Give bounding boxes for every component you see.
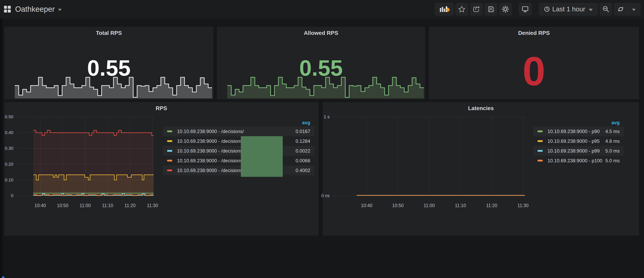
- green-overlay-artifact: [241, 136, 283, 177]
- zoom-out-button[interactable]: [600, 3, 612, 15]
- legend-avg-value: 0.1284: [296, 138, 314, 144]
- legend-avg-value: 4.8 ms: [605, 138, 624, 144]
- star-button[interactable]: [456, 3, 468, 15]
- series-area: [33, 130, 154, 196]
- gear-icon: [502, 5, 509, 13]
- legend-avg-header[interactable]: avg: [163, 120, 314, 126]
- panel-title[interactable]: Total RPS: [4, 27, 213, 36]
- panel-denied-rps: Denied RPS 0: [429, 27, 639, 99]
- share-button[interactable]: [470, 3, 483, 15]
- y-axis-tick-label: 1 s: [318, 114, 330, 120]
- dashboard-header: Oathkeeper: [0, 0, 644, 18]
- panel-title[interactable]: Denied RPS: [429, 27, 639, 36]
- panel-allowed-rps: Allowed RPS 0.55: [217, 27, 425, 99]
- legend-series-label: 10.10.69.238:9000 - /decisions/: [177, 158, 244, 164]
- series-area: [33, 175, 154, 196]
- corner-blue-chip: [2, 277, 4, 278]
- series-line: [33, 130, 154, 135]
- stat-value: 0: [429, 51, 639, 91]
- legend-avg-value: 0.0167: [296, 129, 314, 134]
- y-axis-tick-label: 0 ns: [318, 193, 330, 199]
- side-menu-strip: [0, 0, 4, 278]
- series-color-swatch[interactable]: [538, 140, 543, 142]
- share-icon: [472, 5, 480, 13]
- rps-legend: avg10.10.69.238:9000 - /decisions/0.0167…: [163, 120, 314, 175]
- time-range-label: Last 1 hour: [552, 5, 585, 13]
- legend-row[interactable]: 10.10.69.238:9000 - /decisions/0.0167: [163, 126, 314, 136]
- latencies-legend: avg10.10.69.238:9000 - p904.5 ms10.10.69…: [533, 120, 624, 166]
- refresh-button[interactable]: [614, 3, 627, 15]
- x-axis-tick-label: 11:10: [455, 203, 466, 208]
- legend-row[interactable]: 10.10.69.238:9000 - /decisions/0.4002: [163, 166, 314, 175]
- series-color-swatch[interactable]: [167, 160, 172, 162]
- legend-avg-value: 0.0022: [296, 148, 314, 154]
- series-color-swatch[interactable]: [538, 150, 543, 152]
- x-axis-tick-label: 11:30: [518, 203, 528, 208]
- legend-series-label: 10.10.69.238:9000 - p100: [548, 158, 602, 164]
- series-line: [33, 175, 154, 180]
- cycle-view-button[interactable]: [519, 3, 532, 15]
- x-axis-tick-label: 11:20: [124, 203, 136, 208]
- panel-title[interactable]: Latencies: [323, 102, 639, 111]
- panel-title[interactable]: Allowed RPS: [217, 27, 425, 36]
- series-area: [33, 194, 154, 196]
- series-line: [33, 195, 154, 196]
- sparkline: [15, 74, 212, 98]
- zoom-out-icon: [602, 5, 610, 13]
- x-axis-tick-label: 10:50: [57, 203, 68, 208]
- legend-avg-header[interactable]: avg: [533, 120, 624, 126]
- chevron-down-icon: [632, 9, 636, 11]
- refresh-button-group: [614, 3, 640, 15]
- legend-row[interactable]: 10.10.69.238:9000 - /decisions/0.1284: [163, 136, 314, 146]
- legend-row[interactable]: 10.10.69.238:9000 - p995.0 ms: [533, 146, 624, 156]
- series-area: [33, 195, 154, 196]
- save-icon: [487, 5, 495, 13]
- save-button[interactable]: [485, 3, 497, 15]
- chevron-down-icon: [589, 9, 593, 11]
- series-color-swatch[interactable]: [167, 169, 172, 171]
- legend-row[interactable]: 10.10.69.238:9000 - p954.8 ms: [533, 136, 624, 146]
- series-color-swatch[interactable]: [167, 130, 172, 132]
- legend-avg-value: 0.0066: [296, 158, 314, 164]
- monitor-icon: [521, 5, 529, 13]
- dashboard-grid-icon[interactable]: [4, 6, 11, 12]
- legend-avg-value: 4.5 ms: [605, 129, 624, 134]
- dashboard-title[interactable]: Oathkeeper: [15, 5, 55, 13]
- legend-avg-value: 5.0 ms: [605, 158, 624, 164]
- x-axis-tick-label: 11:10: [102, 203, 113, 208]
- legend-series-label: 10.10.69.238:9000 - /decisions/: [177, 138, 244, 144]
- bar-chart-add-icon: [439, 5, 450, 13]
- legend-row[interactable]: 10.10.69.238:9000 - /decisions/0.0066: [163, 156, 314, 166]
- settings-button[interactable]: [499, 3, 512, 15]
- x-axis-tick-label: 10:50: [392, 203, 404, 208]
- legend-row[interactable]: 10.10.69.238:9000 - /decisions/0.0022: [163, 146, 314, 156]
- add-panel-button[interactable]: [435, 3, 454, 15]
- legend-series-label: 10.10.69.238:9000 - p90: [548, 129, 600, 134]
- legend-row[interactable]: 10.10.69.238:9000 - p1005.0 ms: [533, 156, 624, 166]
- legend-row[interactable]: 10.10.69.238:9000 - p904.5 ms: [533, 126, 624, 136]
- legend-series-label: 10.10.69.238:9000 - /decisions/: [177, 148, 244, 154]
- chevron-down-icon[interactable]: [58, 9, 62, 11]
- series-area: [33, 193, 154, 196]
- legend-series-label: 10.10.69.238:9000 - p95: [548, 138, 600, 144]
- legend-series-label: 10.10.69.238:9000 - /decisions/: [177, 168, 244, 173]
- legend-series-label: 10.10.69.238:9000 - /decisions/: [177, 129, 244, 134]
- x-axis-tick-label: 11:20: [486, 203, 497, 208]
- series-color-swatch[interactable]: [538, 130, 543, 132]
- series-color-swatch[interactable]: [167, 140, 172, 142]
- refresh-icon: [617, 5, 625, 13]
- legend-avg-value: 5.0 ms: [605, 148, 624, 154]
- sparkline: [227, 74, 424, 98]
- x-axis-tick-label: 11:00: [424, 203, 435, 208]
- panel-title[interactable]: RPS: [4, 102, 318, 111]
- x-axis-tick-label: 10:40: [34, 203, 46, 208]
- clock-icon: [544, 6, 550, 12]
- panel-latencies-chart: Latencies avg10.10.69.238:9000 - p904.5 …: [323, 102, 639, 236]
- star-icon: [458, 5, 466, 13]
- refresh-interval-dropdown[interactable]: [627, 3, 640, 15]
- legend-avg-value: 0.4002: [296, 168, 314, 173]
- series-color-swatch[interactable]: [167, 150, 172, 152]
- series-color-swatch[interactable]: [538, 160, 543, 162]
- time-range-picker[interactable]: Last 1 hour: [539, 3, 598, 15]
- series-line: [33, 194, 154, 196]
